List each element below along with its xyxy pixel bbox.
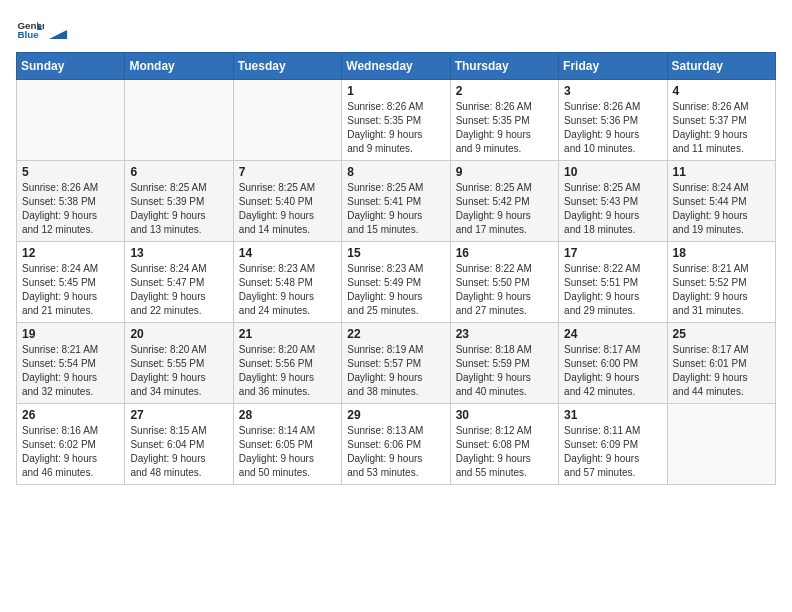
cell-info: Sunrise: 8:20 AM Sunset: 5:56 PM Dayligh…: [239, 343, 336, 399]
calendar-cell: 4Sunrise: 8:26 AM Sunset: 5:37 PM Daylig…: [667, 80, 775, 161]
cell-info: Sunrise: 8:13 AM Sunset: 6:06 PM Dayligh…: [347, 424, 444, 480]
calendar-cell: [125, 80, 233, 161]
cell-info: Sunrise: 8:22 AM Sunset: 5:51 PM Dayligh…: [564, 262, 661, 318]
cell-info: Sunrise: 8:26 AM Sunset: 5:36 PM Dayligh…: [564, 100, 661, 156]
day-number: 20: [130, 327, 227, 341]
cell-info: Sunrise: 8:23 AM Sunset: 5:48 PM Dayligh…: [239, 262, 336, 318]
calendar-cell: 1Sunrise: 8:26 AM Sunset: 5:35 PM Daylig…: [342, 80, 450, 161]
day-number: 24: [564, 327, 661, 341]
day-number: 2: [456, 84, 553, 98]
calendar-cell: 22Sunrise: 8:19 AM Sunset: 5:57 PM Dayli…: [342, 323, 450, 404]
svg-marker-3: [49, 30, 67, 39]
day-number: 22: [347, 327, 444, 341]
calendar-cell: 5Sunrise: 8:26 AM Sunset: 5:38 PM Daylig…: [17, 161, 125, 242]
cell-info: Sunrise: 8:14 AM Sunset: 6:05 PM Dayligh…: [239, 424, 336, 480]
calendar-cell: 6Sunrise: 8:25 AM Sunset: 5:39 PM Daylig…: [125, 161, 233, 242]
day-number: 25: [673, 327, 770, 341]
calendar-cell: 30Sunrise: 8:12 AM Sunset: 6:08 PM Dayli…: [450, 404, 558, 485]
cell-info: Sunrise: 8:21 AM Sunset: 5:52 PM Dayligh…: [673, 262, 770, 318]
cell-info: Sunrise: 8:22 AM Sunset: 5:50 PM Dayligh…: [456, 262, 553, 318]
calendar-cell: 7Sunrise: 8:25 AM Sunset: 5:40 PM Daylig…: [233, 161, 341, 242]
day-number: 11: [673, 165, 770, 179]
cell-info: Sunrise: 8:12 AM Sunset: 6:08 PM Dayligh…: [456, 424, 553, 480]
cell-info: Sunrise: 8:26 AM Sunset: 5:38 PM Dayligh…: [22, 181, 119, 237]
cell-info: Sunrise: 8:25 AM Sunset: 5:41 PM Dayligh…: [347, 181, 444, 237]
day-number: 29: [347, 408, 444, 422]
cell-info: Sunrise: 8:25 AM Sunset: 5:43 PM Dayligh…: [564, 181, 661, 237]
calendar-cell: 20Sunrise: 8:20 AM Sunset: 5:55 PM Dayli…: [125, 323, 233, 404]
day-number: 28: [239, 408, 336, 422]
cell-info: Sunrise: 8:26 AM Sunset: 5:35 PM Dayligh…: [456, 100, 553, 156]
cell-info: Sunrise: 8:24 AM Sunset: 5:45 PM Dayligh…: [22, 262, 119, 318]
cell-info: Sunrise: 8:15 AM Sunset: 6:04 PM Dayligh…: [130, 424, 227, 480]
calendar-cell: 28Sunrise: 8:14 AM Sunset: 6:05 PM Dayli…: [233, 404, 341, 485]
calendar-header-row: SundayMondayTuesdayWednesdayThursdayFrid…: [17, 53, 776, 80]
day-header-sunday: Sunday: [17, 53, 125, 80]
calendar-cell: 19Sunrise: 8:21 AM Sunset: 5:54 PM Dayli…: [17, 323, 125, 404]
day-number: 3: [564, 84, 661, 98]
svg-text:Blue: Blue: [17, 29, 39, 40]
day-number: 1: [347, 84, 444, 98]
day-number: 4: [673, 84, 770, 98]
cell-info: Sunrise: 8:25 AM Sunset: 5:40 PM Dayligh…: [239, 181, 336, 237]
calendar-cell: 25Sunrise: 8:17 AM Sunset: 6:01 PM Dayli…: [667, 323, 775, 404]
cell-info: Sunrise: 8:11 AM Sunset: 6:09 PM Dayligh…: [564, 424, 661, 480]
calendar-cell: 13Sunrise: 8:24 AM Sunset: 5:47 PM Dayli…: [125, 242, 233, 323]
calendar-cell: [233, 80, 341, 161]
cell-info: Sunrise: 8:26 AM Sunset: 5:35 PM Dayligh…: [347, 100, 444, 156]
calendar-cell: 17Sunrise: 8:22 AM Sunset: 5:51 PM Dayli…: [559, 242, 667, 323]
day-number: 8: [347, 165, 444, 179]
calendar-cell: 12Sunrise: 8:24 AM Sunset: 5:45 PM Dayli…: [17, 242, 125, 323]
calendar-week-row: 12Sunrise: 8:24 AM Sunset: 5:45 PM Dayli…: [17, 242, 776, 323]
calendar-cell: [17, 80, 125, 161]
day-header-friday: Friday: [559, 53, 667, 80]
calendar-week-row: 19Sunrise: 8:21 AM Sunset: 5:54 PM Dayli…: [17, 323, 776, 404]
cell-info: Sunrise: 8:25 AM Sunset: 5:39 PM Dayligh…: [130, 181, 227, 237]
calendar-cell: 14Sunrise: 8:23 AM Sunset: 5:48 PM Dayli…: [233, 242, 341, 323]
calendar-cell: [667, 404, 775, 485]
day-number: 9: [456, 165, 553, 179]
calendar-week-row: 5Sunrise: 8:26 AM Sunset: 5:38 PM Daylig…: [17, 161, 776, 242]
calendar-cell: 27Sunrise: 8:15 AM Sunset: 6:04 PM Dayli…: [125, 404, 233, 485]
day-header-saturday: Saturday: [667, 53, 775, 80]
day-number: 23: [456, 327, 553, 341]
day-number: 17: [564, 246, 661, 260]
calendar-week-row: 1Sunrise: 8:26 AM Sunset: 5:35 PM Daylig…: [17, 80, 776, 161]
day-number: 7: [239, 165, 336, 179]
logo-icon: General Blue: [16, 16, 44, 44]
cell-info: Sunrise: 8:17 AM Sunset: 6:01 PM Dayligh…: [673, 343, 770, 399]
day-number: 21: [239, 327, 336, 341]
header: General Blue: [16, 16, 776, 44]
calendar-cell: 2Sunrise: 8:26 AM Sunset: 5:35 PM Daylig…: [450, 80, 558, 161]
day-number: 30: [456, 408, 553, 422]
calendar-cell: 31Sunrise: 8:11 AM Sunset: 6:09 PM Dayli…: [559, 404, 667, 485]
day-header-monday: Monday: [125, 53, 233, 80]
day-number: 5: [22, 165, 119, 179]
day-number: 19: [22, 327, 119, 341]
cell-info: Sunrise: 8:20 AM Sunset: 5:55 PM Dayligh…: [130, 343, 227, 399]
cell-info: Sunrise: 8:18 AM Sunset: 5:59 PM Dayligh…: [456, 343, 553, 399]
day-number: 14: [239, 246, 336, 260]
calendar-cell: 10Sunrise: 8:25 AM Sunset: 5:43 PM Dayli…: [559, 161, 667, 242]
cell-info: Sunrise: 8:24 AM Sunset: 5:47 PM Dayligh…: [130, 262, 227, 318]
cell-info: Sunrise: 8:23 AM Sunset: 5:49 PM Dayligh…: [347, 262, 444, 318]
cell-info: Sunrise: 8:24 AM Sunset: 5:44 PM Dayligh…: [673, 181, 770, 237]
logo-triangle-icon: [49, 21, 67, 39]
calendar-cell: 29Sunrise: 8:13 AM Sunset: 6:06 PM Dayli…: [342, 404, 450, 485]
calendar-week-row: 26Sunrise: 8:16 AM Sunset: 6:02 PM Dayli…: [17, 404, 776, 485]
calendar-cell: 11Sunrise: 8:24 AM Sunset: 5:44 PM Dayli…: [667, 161, 775, 242]
day-number: 6: [130, 165, 227, 179]
day-number: 13: [130, 246, 227, 260]
day-number: 12: [22, 246, 119, 260]
calendar-cell: 8Sunrise: 8:25 AM Sunset: 5:41 PM Daylig…: [342, 161, 450, 242]
day-number: 26: [22, 408, 119, 422]
cell-info: Sunrise: 8:21 AM Sunset: 5:54 PM Dayligh…: [22, 343, 119, 399]
logo: General Blue: [16, 16, 68, 44]
calendar-cell: 3Sunrise: 8:26 AM Sunset: 5:36 PM Daylig…: [559, 80, 667, 161]
day-number: 18: [673, 246, 770, 260]
day-number: 10: [564, 165, 661, 179]
calendar-cell: 15Sunrise: 8:23 AM Sunset: 5:49 PM Dayli…: [342, 242, 450, 323]
day-number: 27: [130, 408, 227, 422]
cell-info: Sunrise: 8:19 AM Sunset: 5:57 PM Dayligh…: [347, 343, 444, 399]
day-number: 16: [456, 246, 553, 260]
